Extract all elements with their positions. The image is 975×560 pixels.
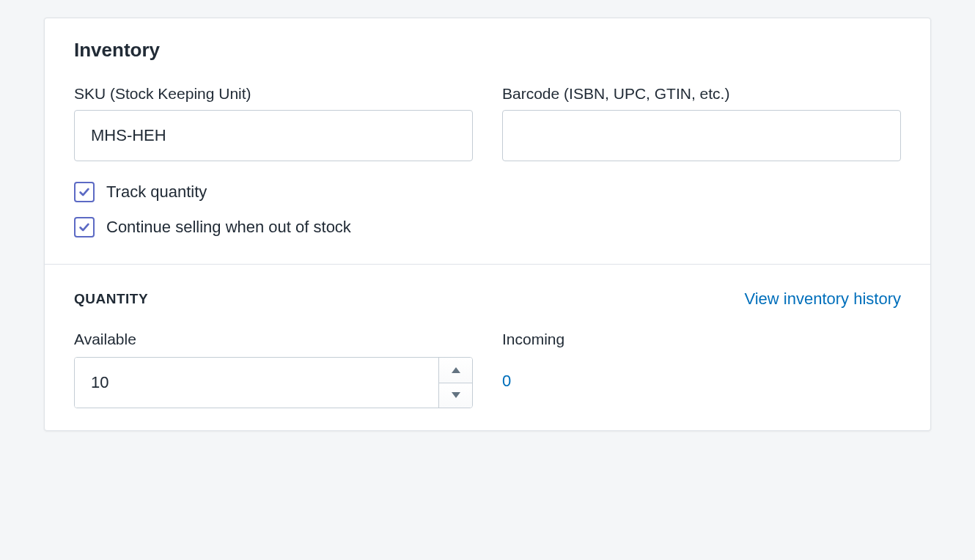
- quantity-row: Available Incoming 0: [74, 331, 901, 408]
- checkmark-icon: [78, 185, 91, 199]
- available-field: Available: [74, 331, 473, 408]
- available-increment-button[interactable]: [439, 358, 472, 383]
- continue-selling-row: Continue selling when out of stock: [74, 217, 901, 237]
- track-quantity-label[interactable]: Track quantity: [106, 183, 207, 202]
- available-input[interactable]: [75, 358, 438, 408]
- continue-selling-label[interactable]: Continue selling when out of stock: [106, 218, 351, 237]
- sku-field: SKU (Stock Keeping Unit): [74, 85, 473, 161]
- incoming-label: Incoming: [502, 331, 901, 348]
- track-quantity-checkbox[interactable]: [74, 182, 95, 202]
- quantity-section-title: QUANTITY: [74, 291, 148, 307]
- checkmark-icon: [78, 221, 91, 234]
- spinner-buttons: [438, 358, 472, 408]
- inventory-title: Inventory: [74, 39, 901, 62]
- barcode-label: Barcode (ISBN, UPC, GTIN, etc.): [502, 85, 901, 103]
- sku-barcode-row: SKU (Stock Keeping Unit) Barcode (ISBN, …: [74, 85, 901, 161]
- incoming-value[interactable]: 0: [502, 357, 901, 391]
- sku-label: SKU (Stock Keeping Unit): [74, 85, 473, 103]
- continue-selling-checkbox[interactable]: [74, 217, 95, 237]
- incoming-field: Incoming 0: [502, 331, 901, 408]
- quantity-header: QUANTITY View inventory history: [74, 290, 901, 309]
- caret-down-icon: [452, 392, 460, 398]
- available-decrement-button[interactable]: [439, 383, 472, 408]
- sku-input[interactable]: [74, 110, 473, 161]
- barcode-field: Barcode (ISBN, UPC, GTIN, etc.): [502, 85, 901, 161]
- available-label: Available: [74, 331, 473, 348]
- view-inventory-history-link[interactable]: View inventory history: [744, 290, 901, 309]
- caret-up-icon: [452, 367, 460, 373]
- track-quantity-row: Track quantity: [74, 182, 901, 202]
- inventory-card: Inventory SKU (Stock Keeping Unit) Barco…: [44, 18, 931, 431]
- barcode-input[interactable]: [502, 110, 901, 161]
- quantity-section: QUANTITY View inventory history Availabl…: [45, 265, 930, 430]
- inventory-top-section: Inventory SKU (Stock Keeping Unit) Barco…: [45, 18, 930, 264]
- available-spinner: [74, 357, 473, 408]
